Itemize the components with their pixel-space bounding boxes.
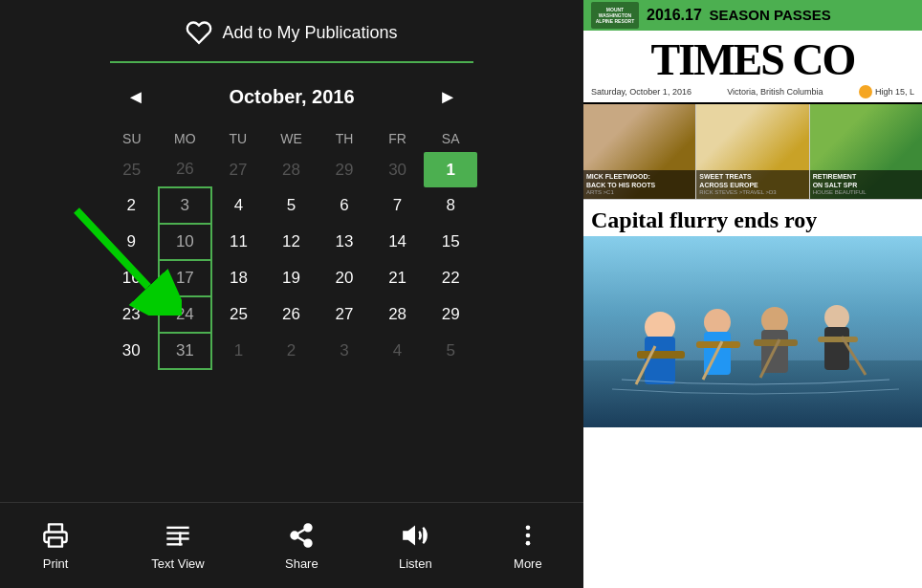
article-section-1: ARTS >C1 [586, 189, 692, 197]
calendar-day[interactable]: 6 [318, 187, 371, 224]
article-caption-1: MICK FLEETWOOD: BACK TO HIS ROOTS ARTS >… [583, 170, 695, 199]
calendar-day[interactable]: 27 [318, 296, 371, 333]
calendar-day[interactable]: 25 [105, 152, 159, 187]
listen-button[interactable]: Listen [399, 520, 432, 571]
big-photo [583, 236, 922, 427]
calendar-day[interactable]: 28 [265, 152, 318, 187]
calendar-day[interactable]: 21 [371, 260, 425, 296]
newspaper-masthead: TIMES CO Saturday, October 1, 2016 Victo… [583, 31, 922, 104]
article-caption-3: RETIREMENT ON SALT SPR HOUSE BEAUTIFUL [810, 170, 922, 199]
article-headline-1: MICK FLEETWOOD: BACK TO HIS ROOTS [586, 172, 692, 189]
calendar-day[interactable]: 4 [211, 187, 265, 224]
svg-line-10 [297, 537, 305, 542]
calendar-day[interactable]: 29 [318, 152, 371, 187]
heart-icon [186, 19, 212, 46]
calendar-header: ◄ October, 2016 ► [105, 80, 478, 114]
toolbar: Print Text View [0, 502, 583, 588]
calendar-day[interactable]: 2 [265, 333, 318, 369]
season-label: SEASON PASSES [709, 7, 830, 23]
calendar-day[interactable]: 20 [318, 260, 371, 296]
calendar-day[interactable]: 18 [211, 260, 265, 296]
weather-text: High 15, L [875, 87, 914, 97]
svg-rect-2 [166, 527, 188, 529]
big-headline: Capital flurry ends roy [583, 200, 922, 236]
right-panel: MOUNT WASHINGTON ALPINE RESORT 2016.17 S… [583, 0, 922, 588]
calendar-day[interactable]: 30 [371, 152, 425, 187]
svg-line-1 [77, 210, 148, 287]
calendar-day[interactable]: 1 [211, 333, 265, 369]
season-year: 2016.17 [647, 7, 702, 23]
article-headline-3: RETIREMENT ON SALT SPR [813, 172, 919, 189]
calendar-day[interactable]: 4 [371, 333, 425, 369]
calendar-day[interactable]: 27 [211, 152, 265, 187]
calendar-day[interactable]: 5 [424, 333, 477, 369]
add-publications-bar[interactable]: Add to My Publications [186, 19, 397, 46]
day-header-su: SU [105, 125, 159, 152]
masthead-subtitle: Saturday, October 1, 2016 Victoria, Brit… [587, 85, 918, 98]
svg-rect-6 [179, 533, 181, 546]
article-section-2: RICK STEVES >TRAVEL >D3 [699, 189, 805, 197]
svg-point-27 [824, 305, 849, 330]
calendar-day[interactable]: 29 [424, 296, 477, 333]
share-icon [286, 520, 317, 551]
text-view-button[interactable]: Text View [151, 520, 204, 571]
annotation-arrow [57, 191, 182, 319]
calendar-day[interactable]: 1 [424, 152, 477, 187]
calendar-day[interactable]: 25 [211, 296, 265, 333]
article-headline-2: SWEET TREATS ACROSS EUROPE [699, 172, 805, 189]
masthead-weather: High 15, L [859, 85, 914, 98]
masthead-title: TIMES CO [587, 38, 918, 82]
svg-point-15 [526, 541, 531, 546]
calendar-day[interactable]: 15 [424, 224, 477, 260]
calendar-day[interactable]: 19 [265, 260, 318, 296]
article-caption-2: SWEET TREATS ACROSS EUROPE RICK STEVES >… [696, 170, 808, 199]
mountain-logo: MOUNT WASHINGTON ALPINE RESORT [591, 2, 639, 29]
article-section-3: HOUSE BEAUTIFUL [813, 189, 919, 197]
calendar-day[interactable]: 14 [371, 224, 425, 260]
calendar-day[interactable]: 7 [371, 187, 425, 224]
print-button[interactable]: Print [40, 520, 71, 571]
masthead-location: Victoria, British Columbia [727, 87, 823, 97]
svg-rect-28 [824, 327, 849, 370]
banner-season-text: 2016.17 SEASON PASSES [647, 7, 914, 24]
svg-line-11 [297, 530, 305, 534]
calendar-day[interactable]: 26 [265, 296, 318, 333]
text-view-icon [163, 520, 193, 551]
calendar-day[interactable]: 11 [211, 224, 265, 260]
svg-point-24 [761, 307, 788, 334]
day-header-we: WE [265, 125, 318, 152]
print-icon [40, 520, 71, 551]
calendar-day[interactable]: 13 [318, 224, 371, 260]
news-images-row: MICK FLEETWOOD: BACK TO HIS ROOTS ARTS >… [583, 104, 922, 200]
calendar-day[interactable]: 26 [159, 152, 212, 187]
newspaper-banner: MOUNT WASHINGTON ALPINE RESORT 2016.17 S… [583, 0, 922, 31]
calendar-day[interactable]: 3 [318, 333, 371, 369]
calendar-day[interactable]: 8 [424, 187, 477, 224]
article-image-3: RETIREMENT ON SALT SPR HOUSE BEAUTIFUL [810, 104, 922, 199]
calendar-day[interactable]: 12 [265, 224, 318, 260]
share-label: Share [285, 556, 318, 571]
calendar-day[interactable]: 22 [424, 260, 477, 296]
sun-icon [859, 85, 872, 98]
calendar-day[interactable]: 30 [105, 333, 159, 369]
svg-point-21 [704, 309, 731, 336]
article-image-2: SWEET TREATS ACROSS EUROPE RICK STEVES >… [696, 104, 808, 199]
svg-point-9 [305, 540, 312, 547]
logo-text: MOUNT WASHINGTON ALPINE RESORT [591, 7, 639, 24]
calendar-week-0: 2526272829301 [105, 152, 477, 187]
day-header-mo: MO [159, 125, 212, 152]
day-header-th: TH [318, 125, 371, 152]
calendar-day[interactable]: 5 [265, 187, 318, 224]
share-button[interactable]: Share [285, 520, 318, 571]
calendar-day[interactable]: 31 [159, 333, 212, 369]
svg-point-8 [292, 533, 298, 539]
masthead-date: Saturday, October 1, 2016 [591, 87, 692, 97]
more-button[interactable]: More [513, 520, 543, 571]
day-headers-row: SUMOTUWETHFRSA [105, 125, 477, 152]
svg-marker-12 [405, 528, 415, 543]
svg-rect-4 [166, 537, 188, 539]
prev-month-button[interactable]: ◄ [115, 80, 157, 114]
svg-point-13 [526, 526, 531, 531]
calendar-day[interactable]: 28 [371, 296, 425, 333]
next-month-button[interactable]: ► [427, 80, 469, 114]
